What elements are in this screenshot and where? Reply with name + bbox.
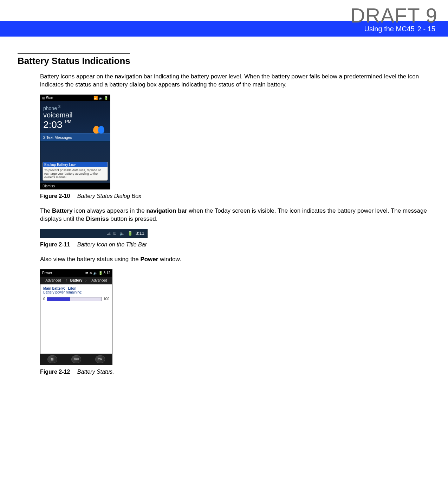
figure-2-10-image: ⊞ Start 📶 🔈 🔋 phone 3 voicemail 2:03 PM …	[40, 95, 110, 189]
figure-title: Battery Status.	[77, 369, 114, 375]
paragraph-intro: Battery icons appear on the navigation b…	[40, 73, 427, 89]
windows-icon: ⊞	[42, 96, 46, 100]
figure-2-11-image: ⇄ ✕⃝ 🔈 🔋 3:11	[40, 229, 148, 238]
paragraph-power-window: Also view the battery status using the P…	[40, 256, 427, 264]
figure-2-11-caption: Figure 2-11 Battery Icon on the Title Ba…	[40, 242, 427, 248]
text-messages-bar: 2 Text Messages	[40, 133, 110, 142]
balloons-icon	[95, 126, 104, 134]
main-battery-type: LiIon	[68, 286, 77, 290]
tab-advanced-right: Advanced	[91, 278, 107, 282]
titlebar-time: 3:11	[136, 231, 144, 236]
main-battery-label: Main battery:	[43, 286, 65, 290]
volume-icon: 🔈	[119, 231, 125, 236]
phone-badge: 3	[58, 104, 60, 109]
figure-title: Battery Status Dialog Box	[77, 193, 141, 199]
status-icons-power: ⇄ ✕ 🔈 🔋 3:12	[85, 271, 110, 275]
battery-low-popup: Backup Battery Low To prevent possible d…	[43, 162, 108, 181]
status-icons-top: 📶 🔈 🔋	[93, 96, 108, 100]
tab-battery: Battery	[70, 278, 82, 282]
keyboard-button-icon: ⌨	[71, 355, 81, 363]
battery-progress-bar	[47, 297, 102, 301]
signal-icon: ⇄	[107, 231, 111, 236]
figure-number: Figure 2-10	[40, 193, 70, 199]
figure-number: Figure 2-11	[40, 242, 70, 247]
sync-icon: ✕⃝	[113, 231, 117, 236]
phone-label: phone 3	[43, 104, 107, 111]
figure-2-12-caption: Figure 2-12 Battery Status.	[40, 369, 427, 375]
voicemail-label: voicemail	[43, 111, 107, 119]
chevron-right-icon: 〉	[85, 278, 89, 283]
battery-icon: 🔋	[128, 231, 133, 236]
progress-min: 0	[43, 297, 45, 301]
popup-body: To prevent possible data loss, replace o…	[44, 168, 106, 179]
win-start-label: ⊞ Start	[42, 96, 53, 100]
tab-advanced-left: Advanced	[45, 278, 61, 282]
page-content: Battery Status Indications Battery icons…	[0, 37, 448, 390]
section-title: Battery Status Indications	[18, 56, 430, 66]
figure-2-10-caption: Figure 2-10 Battery Status Dialog Box	[40, 193, 427, 199]
dismiss-bar: Dismiss	[40, 183, 110, 189]
section-rule	[18, 53, 130, 54]
progress-max: 100	[103, 297, 109, 301]
figure-2-12-image: Power ⇄ ✕ 🔈 🔋 3:12 Advanced 〈 Battery 〉 …	[40, 269, 112, 365]
figure-title: Battery Icon on the Title Bar	[77, 242, 147, 247]
paragraph-battery-icon: The Battery icon always appears in the n…	[40, 207, 427, 223]
remaining-label: Battery power remaining:	[43, 290, 109, 294]
power-title: Power	[42, 271, 52, 275]
chevron-left-icon: 〈	[64, 278, 67, 283]
ok-button: OK	[95, 355, 105, 363]
draft-watermark: DRAFT 9	[350, 4, 437, 27]
figure-number: Figure 2-12	[40, 369, 70, 375]
start-button-icon: ⊞	[47, 355, 57, 363]
popup-title: Backup Battery Low	[43, 162, 108, 167]
